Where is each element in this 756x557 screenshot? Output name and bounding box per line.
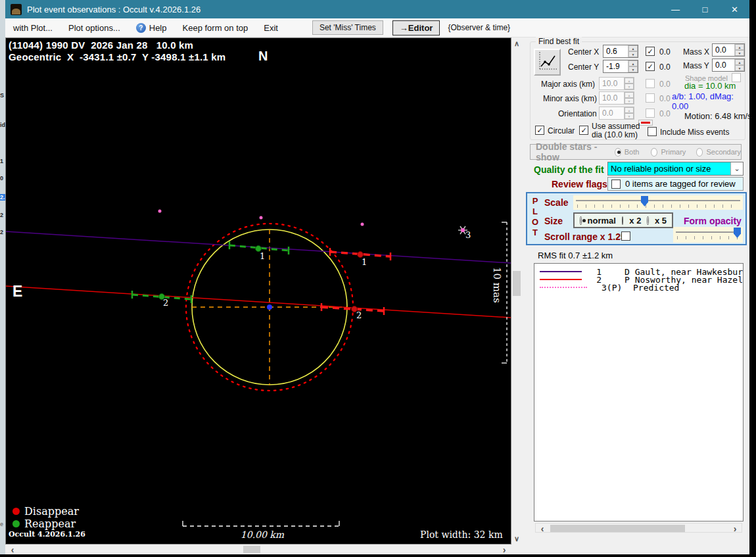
- review-flags-checkbox[interactable]: [611, 180, 621, 189]
- center-x-label: Center X: [568, 47, 599, 57]
- spin-down-icon[interactable]: ▼: [735, 65, 744, 71]
- include-miss-checkbox[interactable]: [648, 127, 657, 136]
- plot-vertical-scrollbar[interactable]: ∧ ∨: [511, 37, 522, 545]
- mass-x-input[interactable]: 0.0 ▲▼: [712, 43, 745, 57]
- minimize-icon[interactable]: —: [661, 0, 690, 18]
- orientation-input[interactable]: 0.0 ▲▼: [599, 107, 634, 120]
- best-fit-button[interactable]: [534, 49, 561, 76]
- observer-time-label: {Observer & time}: [448, 23, 510, 32]
- list-scroll-thumb[interactable]: [550, 525, 685, 532]
- menu-exit[interactable]: Exit: [256, 18, 286, 37]
- scroll-up-icon[interactable]: ∧: [511, 39, 522, 48]
- spin-down-icon[interactable]: ▼: [628, 66, 638, 72]
- background-window-sliver: S id 1 0 2. 2 2 e: [0, 0, 5, 554]
- chord-2-line-sample: [540, 279, 582, 280]
- app-window: Plot event observations : Occult v.4.202…: [5, 0, 749, 554]
- major-axis-input[interactable]: 10.0 ▲▼: [599, 77, 634, 90]
- window-title: Plot event observations : Occult v.4.202…: [27, 5, 201, 14]
- double-primary-radio[interactable]: [651, 148, 657, 157]
- list-horizontal-scrollbar[interactable]: ‹ ›: [535, 523, 742, 533]
- maximize-icon[interactable]: □: [690, 0, 720, 18]
- orientation-checkbox[interactable]: [646, 109, 655, 118]
- quality-dropdown[interactable]: No reliable position or size ⌄: [607, 162, 744, 176]
- use-assumed-checkbox[interactable]: ✓: [579, 126, 588, 135]
- double-secondary-radio[interactable]: [696, 148, 703, 157]
- scroll-right-icon[interactable]: ›: [730, 523, 740, 533]
- menu-plot-options[interactable]: Plot options...: [60, 18, 128, 37]
- line-color-swatch[interactable]: [638, 120, 653, 126]
- size-x2-radio[interactable]: [622, 216, 624, 225]
- chord-2-label-left: 2: [163, 298, 168, 308]
- minor-axis-input[interactable]: 10.0 ▲▼: [599, 91, 634, 105]
- spin-down-icon[interactable]: ▼: [735, 50, 744, 56]
- menu-keep-form-on-top[interactable]: Keep form on top: [175, 18, 256, 37]
- ab-dmag-text: a/b: 1.00, dMag: 0.00: [672, 91, 749, 111]
- spin-up-icon[interactable]: ▲: [735, 59, 744, 65]
- spin-up-icon[interactable]: ▲: [628, 61, 638, 66]
- form-opacity-slider[interactable]: [673, 227, 743, 243]
- dropdown-arrow-icon: ⌄: [730, 162, 743, 175]
- scale-slider[interactable]: [573, 195, 743, 210]
- center-y-input[interactable]: -1.9 ▲▼: [603, 60, 638, 73]
- spin-down-icon[interactable]: ▼: [628, 51, 638, 57]
- close-icon[interactable]: ✕: [720, 0, 749, 18]
- center-x-input[interactable]: 0.6 ▲▼: [603, 45, 638, 58]
- east-label: E: [12, 283, 22, 301]
- center-y-checkbox[interactable]: ✓: [646, 62, 655, 71]
- scroll-right-icon[interactable]: ›: [500, 545, 509, 554]
- center-x-error: 0.0: [659, 47, 671, 57]
- predicted-chord-dots: [158, 210, 364, 226]
- orientation-error: 0.0: [659, 109, 671, 118]
- set-miss-times-button[interactable]: Set 'Miss' Times: [312, 20, 383, 35]
- chord-1-label-left: 1: [260, 251, 265, 261]
- size-x5-radio[interactable]: [647, 216, 649, 225]
- scale-bar: [183, 521, 339, 526]
- menu-help[interactable]: ? Help: [128, 18, 175, 37]
- mass-x-label: Mass X: [683, 47, 709, 57]
- double-stars-group: Double stars - show Both Primary Seconda…: [530, 144, 742, 160]
- chord-1-label-right: 1: [362, 257, 367, 267]
- vertical-scroll-thumb[interactable]: [513, 271, 521, 296]
- size-radio-group: normal x 2 x 5: [573, 212, 673, 228]
- plot-settings-panel: P L O T Scale Size normal x 2 x 5 Form o…: [526, 192, 747, 245]
- circular-label: Circular: [548, 126, 575, 135]
- minor-axis-label: Minor axis (km): [543, 94, 597, 103]
- scroll-down-icon[interactable]: ∨: [511, 534, 522, 543]
- mass-y-input[interactable]: 0.0 ▲▼: [712, 59, 745, 72]
- plot-horizontal-scrollbar[interactable]: ‹ ›: [5, 545, 511, 554]
- scale-bar-label: 10.00 km: [229, 529, 295, 540]
- help-icon: ?: [136, 23, 146, 33]
- major-axis-label: Major axis (km): [541, 80, 595, 89]
- title-bar[interactable]: Plot event observations : Occult v.4.202…: [5, 0, 749, 18]
- center-y-error: 0.0: [659, 62, 671, 72]
- size-label: Size: [544, 216, 563, 226]
- editor-button[interactable]: →Editor: [392, 20, 440, 36]
- center-point: [267, 304, 272, 310]
- menu-bar: with Plot... Plot options... ? Help Keep…: [5, 18, 749, 37]
- major-axis-checkbox[interactable]: [646, 79, 655, 88]
- chord-2-label-right: 2: [356, 310, 362, 320]
- rms-fit-text: RMS fit 0.7 ±1.2 km: [538, 251, 613, 260]
- double-both-radio[interactable]: [615, 148, 621, 157]
- horizontal-scroll-thumb[interactable]: [243, 546, 260, 553]
- plot-canvas[interactable]: 1 1 2 2: [5, 37, 511, 545]
- observer-row-3[interactable]: 3(P) Predicted: [534, 283, 743, 291]
- observer-list[interactable]: 1 D Gault, near Hawkesbur 2 P Nosworthy,…: [534, 263, 744, 521]
- red-line-icon: [641, 122, 650, 124]
- center-x-checkbox[interactable]: ✓: [646, 47, 655, 56]
- review-flags-box: 0 items are tagged for review: [607, 177, 744, 191]
- scroll-left-icon[interactable]: ‹: [8, 545, 17, 554]
- circular-checkbox[interactable]: ✓: [535, 126, 544, 135]
- quality-label: Quality of the fit: [534, 164, 604, 175]
- app-icon: [11, 4, 22, 15]
- mass-y-label: Mass Y: [683, 61, 709, 70]
- disappear-dot-icon: [12, 508, 20, 515]
- spin-up-icon[interactable]: ▲: [735, 44, 744, 50]
- size-normal-radio[interactable]: [580, 216, 582, 225]
- spin-up-icon[interactable]: ▲: [628, 45, 638, 51]
- orientation-label: Orientation: [558, 109, 597, 118]
- menu-with-plot[interactable]: with Plot...: [5, 18, 60, 37]
- scroll-left-icon[interactable]: ‹: [538, 523, 547, 533]
- minor-axis-checkbox[interactable]: [646, 93, 655, 103]
- scroll-range-checkbox[interactable]: [621, 231, 630, 241]
